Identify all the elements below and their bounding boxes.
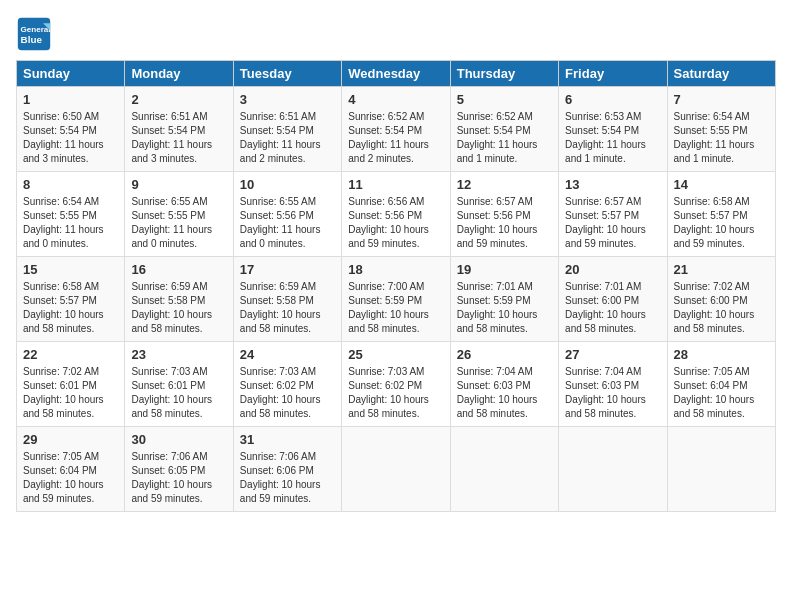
day-number: 14 [674,176,769,194]
calendar-cell: 31Sunrise: 7:06 AMSunset: 6:06 PMDayligh… [233,427,341,512]
day-number: 3 [240,91,335,109]
day-info: Sunrise: 6:59 AMSunset: 5:58 PMDaylight:… [240,280,335,336]
day-info: Sunrise: 7:01 AMSunset: 6:00 PMDaylight:… [565,280,660,336]
calendar-cell: 16Sunrise: 6:59 AMSunset: 5:58 PMDayligh… [125,257,233,342]
calendar-week-5: 29Sunrise: 7:05 AMSunset: 6:04 PMDayligh… [17,427,776,512]
day-info: Sunrise: 6:55 AMSunset: 5:55 PMDaylight:… [131,195,226,251]
weekday-header-sunday: Sunday [17,61,125,87]
day-info: Sunrise: 6:56 AMSunset: 5:56 PMDaylight:… [348,195,443,251]
calendar-cell: 17Sunrise: 6:59 AMSunset: 5:58 PMDayligh… [233,257,341,342]
day-info: Sunrise: 6:57 AMSunset: 5:56 PMDaylight:… [457,195,552,251]
calendar-week-4: 22Sunrise: 7:02 AMSunset: 6:01 PMDayligh… [17,342,776,427]
day-info: Sunrise: 7:04 AMSunset: 6:03 PMDaylight:… [457,365,552,421]
calendar-cell: 4Sunrise: 6:52 AMSunset: 5:54 PMDaylight… [342,87,450,172]
calendar-cell: 25Sunrise: 7:03 AMSunset: 6:02 PMDayligh… [342,342,450,427]
day-info: Sunrise: 7:00 AMSunset: 5:59 PMDaylight:… [348,280,443,336]
calendar-table: SundayMondayTuesdayWednesdayThursdayFrid… [16,60,776,512]
calendar-cell: 21Sunrise: 7:02 AMSunset: 6:00 PMDayligh… [667,257,775,342]
day-number: 11 [348,176,443,194]
day-info: Sunrise: 7:03 AMSunset: 6:01 PMDaylight:… [131,365,226,421]
calendar-cell: 6Sunrise: 6:53 AMSunset: 5:54 PMDaylight… [559,87,667,172]
calendar-cell: 9Sunrise: 6:55 AMSunset: 5:55 PMDaylight… [125,172,233,257]
calendar-week-3: 15Sunrise: 6:58 AMSunset: 5:57 PMDayligh… [17,257,776,342]
svg-text:General: General [21,25,51,34]
day-info: Sunrise: 6:54 AMSunset: 5:55 PMDaylight:… [674,110,769,166]
svg-text:Blue: Blue [21,34,43,45]
day-number: 7 [674,91,769,109]
day-info: Sunrise: 7:02 AMSunset: 6:00 PMDaylight:… [674,280,769,336]
day-info: Sunrise: 7:05 AMSunset: 6:04 PMDaylight:… [674,365,769,421]
calendar-cell: 2Sunrise: 6:51 AMSunset: 5:54 PMDaylight… [125,87,233,172]
day-number: 4 [348,91,443,109]
weekday-header-monday: Monday [125,61,233,87]
calendar-cell [667,427,775,512]
day-info: Sunrise: 7:04 AMSunset: 6:03 PMDaylight:… [565,365,660,421]
calendar-cell [450,427,558,512]
day-number: 24 [240,346,335,364]
day-number: 9 [131,176,226,194]
calendar-cell: 1Sunrise: 6:50 AMSunset: 5:54 PMDaylight… [17,87,125,172]
day-info: Sunrise: 6:58 AMSunset: 5:57 PMDaylight:… [23,280,118,336]
calendar-cell: 13Sunrise: 6:57 AMSunset: 5:57 PMDayligh… [559,172,667,257]
weekday-header-friday: Friday [559,61,667,87]
logo-icon: General Blue [16,16,52,52]
day-number: 28 [674,346,769,364]
day-number: 25 [348,346,443,364]
day-number: 17 [240,261,335,279]
day-number: 19 [457,261,552,279]
calendar-cell: 24Sunrise: 7:03 AMSunset: 6:02 PMDayligh… [233,342,341,427]
day-info: Sunrise: 7:03 AMSunset: 6:02 PMDaylight:… [240,365,335,421]
calendar-cell: 20Sunrise: 7:01 AMSunset: 6:00 PMDayligh… [559,257,667,342]
day-number: 21 [674,261,769,279]
day-number: 31 [240,431,335,449]
calendar-cell: 30Sunrise: 7:06 AMSunset: 6:05 PMDayligh… [125,427,233,512]
day-info: Sunrise: 6:55 AMSunset: 5:56 PMDaylight:… [240,195,335,251]
weekday-header-thursday: Thursday [450,61,558,87]
calendar-cell: 15Sunrise: 6:58 AMSunset: 5:57 PMDayligh… [17,257,125,342]
day-number: 20 [565,261,660,279]
day-number: 10 [240,176,335,194]
day-number: 18 [348,261,443,279]
day-info: Sunrise: 7:06 AMSunset: 6:06 PMDaylight:… [240,450,335,506]
day-number: 12 [457,176,552,194]
logo: General Blue [16,16,56,52]
calendar-cell: 27Sunrise: 7:04 AMSunset: 6:03 PMDayligh… [559,342,667,427]
calendar-cell: 28Sunrise: 7:05 AMSunset: 6:04 PMDayligh… [667,342,775,427]
day-info: Sunrise: 6:51 AMSunset: 5:54 PMDaylight:… [240,110,335,166]
calendar-cell: 22Sunrise: 7:02 AMSunset: 6:01 PMDayligh… [17,342,125,427]
calendar-header-row: SundayMondayTuesdayWednesdayThursdayFrid… [17,61,776,87]
day-number: 30 [131,431,226,449]
day-number: 2 [131,91,226,109]
day-info: Sunrise: 7:02 AMSunset: 6:01 PMDaylight:… [23,365,118,421]
calendar-cell [559,427,667,512]
day-number: 23 [131,346,226,364]
day-info: Sunrise: 6:54 AMSunset: 5:55 PMDaylight:… [23,195,118,251]
day-info: Sunrise: 7:06 AMSunset: 6:05 PMDaylight:… [131,450,226,506]
day-info: Sunrise: 7:05 AMSunset: 6:04 PMDaylight:… [23,450,118,506]
calendar-cell: 7Sunrise: 6:54 AMSunset: 5:55 PMDaylight… [667,87,775,172]
calendar-cell: 26Sunrise: 7:04 AMSunset: 6:03 PMDayligh… [450,342,558,427]
day-info: Sunrise: 6:50 AMSunset: 5:54 PMDaylight:… [23,110,118,166]
day-info: Sunrise: 6:58 AMSunset: 5:57 PMDaylight:… [674,195,769,251]
calendar-cell: 12Sunrise: 6:57 AMSunset: 5:56 PMDayligh… [450,172,558,257]
day-number: 1 [23,91,118,109]
day-number: 5 [457,91,552,109]
day-info: Sunrise: 6:52 AMSunset: 5:54 PMDaylight:… [348,110,443,166]
day-info: Sunrise: 6:59 AMSunset: 5:58 PMDaylight:… [131,280,226,336]
calendar-cell: 3Sunrise: 6:51 AMSunset: 5:54 PMDaylight… [233,87,341,172]
weekday-header-saturday: Saturday [667,61,775,87]
day-number: 29 [23,431,118,449]
day-number: 22 [23,346,118,364]
weekday-header-wednesday: Wednesday [342,61,450,87]
calendar-cell: 10Sunrise: 6:55 AMSunset: 5:56 PMDayligh… [233,172,341,257]
day-number: 8 [23,176,118,194]
day-info: Sunrise: 7:01 AMSunset: 5:59 PMDaylight:… [457,280,552,336]
day-number: 13 [565,176,660,194]
calendar-cell: 11Sunrise: 6:56 AMSunset: 5:56 PMDayligh… [342,172,450,257]
calendar-cell: 14Sunrise: 6:58 AMSunset: 5:57 PMDayligh… [667,172,775,257]
calendar-cell: 8Sunrise: 6:54 AMSunset: 5:55 PMDaylight… [17,172,125,257]
day-number: 16 [131,261,226,279]
day-number: 15 [23,261,118,279]
calendar-cell: 18Sunrise: 7:00 AMSunset: 5:59 PMDayligh… [342,257,450,342]
calendar-cell: 19Sunrise: 7:01 AMSunset: 5:59 PMDayligh… [450,257,558,342]
